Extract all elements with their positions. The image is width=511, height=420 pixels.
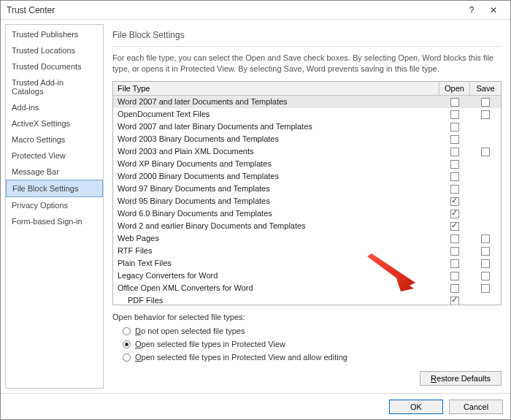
table-row[interactable]: RTF Files	[113, 245, 501, 257]
table-row[interactable]: PDF Files	[113, 294, 501, 305]
open-behavior-label: Open behavior for selected file types:	[112, 313, 502, 321]
filetype-cell: PDF Files	[113, 296, 439, 305]
sidebar-item[interactable]: Privacy Options	[6, 197, 103, 213]
save-checkbox[interactable]	[481, 148, 490, 156]
save-checkbox[interactable]	[481, 259, 490, 268]
window-title: Trust Center	[7, 5, 461, 15]
table-row[interactable]: Word XP Binary Documents and Templates	[113, 158, 501, 170]
col-open[interactable]: Open	[439, 82, 470, 95]
table-row[interactable]: Word 2003 Binary Documents and Templates	[113, 133, 501, 145]
table-row[interactable]: OpenDocument Text Files	[113, 108, 501, 121]
sidebar-item[interactable]: Message Bar	[6, 164, 103, 180]
radio-option[interactable]: Open selected file types in Protected Vi…	[112, 337, 502, 351]
sidebar-item[interactable]: Trusted Add-in Catalogs	[6, 75, 103, 99]
table-row[interactable]: Legacy Converters for Word	[113, 270, 501, 282]
open-checkbox[interactable]	[450, 284, 459, 293]
table-row[interactable]: Word 97 Binary Documents and Templates	[113, 183, 501, 195]
filetype-cell: Legacy Converters for Word	[113, 271, 439, 280]
table-header: File Type Open Save	[113, 82, 501, 96]
col-filetype[interactable]: File Type	[113, 82, 439, 95]
open-checkbox[interactable]	[450, 148, 459, 156]
ok-button[interactable]: OK	[389, 400, 443, 414]
save-checkbox[interactable]	[481, 234, 490, 243]
section-heading: File Block Settings	[112, 27, 502, 46]
open-cell	[439, 271, 470, 280]
save-cell	[470, 110, 501, 119]
save-checkbox[interactable]	[481, 110, 490, 119]
table-row[interactable]: Plain Text Files	[113, 257, 501, 270]
sidebar-item[interactable]: Add-ins	[6, 99, 103, 115]
filetype-cell: Plain Text Files	[113, 259, 439, 267]
open-cell	[439, 134, 470, 144]
open-checkbox[interactable]	[450, 135, 459, 144]
table-row[interactable]: Word 2007 and later Binary Documents and…	[113, 121, 501, 133]
radio-icon[interactable]	[123, 354, 131, 362]
restore-defaults-button[interactable]: Restore Defaults	[420, 371, 502, 386]
open-checkbox[interactable]	[450, 210, 459, 218]
table-row[interactable]: Office Open XML Converters for Word	[113, 282, 501, 294]
sidebar-item[interactable]: Protected View	[6, 148, 103, 164]
sidebar-item[interactable]: Macro Settings	[6, 131, 103, 148]
titlebar: Trust Center ? ✕	[1, 1, 510, 20]
open-checkbox[interactable]	[450, 197, 459, 206]
table-body[interactable]: Word 2007 and later Documents and Templa…	[113, 96, 501, 305]
sidebar-item[interactable]: File Block Settings	[6, 180, 103, 197]
open-checkbox[interactable]	[450, 185, 459, 194]
radio-option[interactable]: Open selected file types in Protected Vi…	[112, 351, 502, 364]
help-button[interactable]: ?	[461, 3, 483, 18]
open-checkbox[interactable]	[450, 272, 459, 280]
save-checkbox[interactable]	[481, 272, 490, 280]
save-checkbox[interactable]	[481, 284, 490, 293]
radio-icon[interactable]	[123, 327, 131, 335]
open-checkbox[interactable]	[450, 172, 459, 181]
open-cell	[439, 259, 470, 268]
open-checkbox[interactable]	[450, 247, 459, 256]
sidebar-item[interactable]: Trusted Documents	[6, 58, 103, 75]
table-row[interactable]: Word 6.0 Binary Documents and Templates	[113, 207, 501, 220]
sidebar: Trusted PublishersTrusted LocationsTrust…	[5, 24, 104, 389]
table-row[interactable]: Word 2000 Binary Documents and Templates	[113, 170, 501, 183]
open-checkbox[interactable]	[450, 98, 459, 107]
table-row[interactable]: Word 2 and earlier Binary Documents and …	[113, 220, 501, 232]
open-checkbox[interactable]	[450, 160, 459, 169]
sidebar-item[interactable]: ActiveX Settings	[6, 115, 103, 131]
sidebar-item[interactable]: Form-based Sign-in	[6, 213, 103, 229]
table-row[interactable]: Word 95 Binary Documents and Templates	[113, 195, 501, 207]
open-cell	[439, 147, 470, 156]
open-checkbox[interactable]	[450, 259, 459, 268]
open-cell	[439, 283, 470, 293]
col-save[interactable]: Save	[470, 82, 501, 95]
filetype-cell: Word 2 and earlier Binary Documents and …	[113, 221, 439, 230]
close-button[interactable]: ✕	[483, 3, 504, 18]
save-cell	[470, 246, 501, 256]
save-checkbox[interactable]	[481, 247, 490, 256]
cancel-button[interactable]: Cancel	[449, 400, 503, 414]
open-checkbox[interactable]	[450, 297, 459, 305]
open-checkbox[interactable]	[450, 234, 459, 243]
filetype-cell: Web Pages	[113, 234, 439, 243]
file-block-table: File Type Open Save Word 2007 and later …	[112, 81, 502, 305]
filetype-cell: Word 95 Binary Documents and Templates	[113, 196, 439, 205]
filetype-cell: Word 2003 Binary Documents and Templates	[113, 134, 439, 143]
sidebar-item[interactable]: Trusted Locations	[6, 42, 103, 58]
radio-icon[interactable]	[123, 340, 131, 348]
open-cell	[439, 122, 470, 131]
open-checkbox[interactable]	[450, 110, 459, 119]
table-row[interactable]: Word 2007 and later Documents and Templa…	[113, 96, 501, 108]
filetype-cell: Word 6.0 Binary Documents and Templates	[113, 209, 439, 218]
open-cell	[439, 159, 470, 169]
sidebar-item[interactable]: Trusted Publishers	[6, 26, 103, 42]
divider	[112, 46, 502, 47]
open-checkbox[interactable]	[450, 123, 459, 131]
open-cell	[439, 246, 470, 256]
save-cell	[470, 259, 501, 268]
radio-option[interactable]: Do not open selected file types	[112, 324, 502, 337]
open-checkbox[interactable]	[450, 222, 459, 231]
table-row[interactable]: Word 2003 and Plain XML Documents	[113, 145, 501, 158]
radio-label: Open selected file types in Protected Vi…	[135, 340, 285, 348]
panel-footer: Restore Defaults	[112, 371, 502, 386]
table-row[interactable]: Web Pages	[113, 232, 501, 245]
main-panel: File Block Settings For each file type, …	[108, 24, 506, 389]
save-checkbox[interactable]	[481, 98, 490, 107]
radio-label: Do not open selected file types	[135, 327, 245, 335]
